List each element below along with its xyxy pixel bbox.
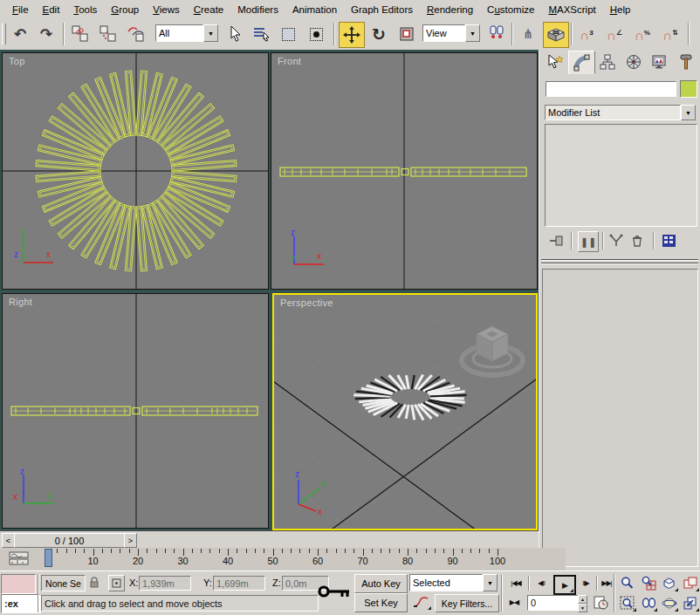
menu-item-modifiers[interactable]: Modifiers <box>230 3 285 17</box>
track-bar[interactable]: 0102030405060708090100 <box>0 548 566 571</box>
go-to-start-button[interactable]: |◀◀ <box>504 575 527 591</box>
go-to-end-button[interactable]: ▶▶| <box>598 575 615 591</box>
tab-motion[interactable] <box>621 51 646 72</box>
key-filters-button[interactable]: Key Filters... <box>435 594 499 612</box>
key-mode-toggle-button[interactable]: ▶◀ <box>504 594 524 611</box>
redo-icon[interactable]: ↷ <box>34 22 58 46</box>
set-key-button[interactable]: Set Key <box>354 593 408 612</box>
reference-coordinate-dropdown[interactable]: View▼ <box>422 24 480 42</box>
make-unique-icon[interactable] <box>607 232 625 249</box>
previous-frame-button[interactable]: ◀‖ <box>531 575 552 591</box>
zoom-all-icon[interactable] <box>638 574 658 592</box>
tab-display[interactable] <box>647 51 672 72</box>
maxscript-listener-pane[interactable]: :ex <box>1 594 41 613</box>
viewport-perspective[interactable]: Perspective z y x <box>272 293 538 530</box>
modifier-list-dropdown[interactable]: Modifier List ▼ <box>545 105 696 120</box>
time-spinner[interactable]: ▲ ▼ <box>578 595 587 611</box>
select-and-manipulate-icon[interactable]: ⋔ <box>516 22 540 46</box>
menu-item-help[interactable]: Help <box>603 3 638 17</box>
macro-recorder-pane[interactable] <box>1 574 36 594</box>
select-by-name-icon[interactable] <box>250 22 274 46</box>
time-configuration-icon[interactable] <box>592 594 610 611</box>
viewport-top-label[interactable]: Top <box>9 56 25 66</box>
chevron-down-icon[interactable]: ▼ <box>483 574 498 591</box>
percent-snap-toggle-icon[interactable]: ∩% <box>630 22 655 46</box>
viewport-perspective-label[interactable]: Perspective <box>280 297 333 308</box>
next-frame-button[interactable]: ‖▶ <box>575 575 596 591</box>
default-tangent-icon[interactable] <box>409 594 432 611</box>
menu-item-group[interactable]: Group <box>104 3 146 17</box>
min-max-toggle-icon[interactable] <box>680 594 700 612</box>
menu-item-edit[interactable]: Edit <box>36 3 67 17</box>
zoom-icon[interactable] <box>617 574 637 592</box>
time-slider-handle[interactable]: 0 / 100 <box>14 533 125 548</box>
arc-rotate-icon[interactable] <box>659 594 679 612</box>
viewport-right-label[interactable]: Right <box>9 297 32 307</box>
zoom-extents-icon[interactable] <box>659 574 679 592</box>
toolbar-grip[interactable] <box>2 24 6 44</box>
menu-item-maxscript[interactable]: MAXScript <box>541 3 602 17</box>
remove-modifier-icon[interactable] <box>628 232 646 249</box>
rollout-area[interactable] <box>542 269 698 567</box>
absolute-mode-toggle-icon[interactable] <box>108 575 125 591</box>
selection-lock-icon[interactable] <box>87 575 101 590</box>
y-coord-field[interactable]: 1,699m <box>213 576 265 591</box>
spinner-snap-toggle-icon[interactable]: ∩⇅ <box>658 22 683 46</box>
ruler-label: 40 <box>216 556 239 566</box>
tab-utilities[interactable] <box>673 51 698 72</box>
viewport-right[interactable]: Right z x y <box>2 293 269 529</box>
chevron-down-icon[interactable]: ▼ <box>681 105 696 120</box>
modifier-stack-list[interactable] <box>545 124 697 227</box>
menu-item-views[interactable]: Views <box>146 3 186 17</box>
keyboard-shortcut-override-icon[interactable] <box>543 22 569 48</box>
rectangular-selection-region-icon[interactable] <box>276 22 300 46</box>
menu-item-customize[interactable]: Customize <box>480 3 541 17</box>
viewport-front[interactable]: Front z y x <box>271 52 538 290</box>
tab-modify[interactable] <box>568 51 595 74</box>
undo-icon[interactable]: ↶ <box>8 22 32 46</box>
snaps-toggle-icon[interactable]: ∩3 <box>574 22 599 46</box>
zoom-region-icon[interactable] <box>617 594 637 612</box>
menu-item-create[interactable]: Create <box>187 3 231 17</box>
x-coord-field[interactable]: 1,939m <box>139 576 191 591</box>
play-animation-button[interactable]: ▶ <box>553 575 576 595</box>
show-end-result-icon[interactable]: ❚❚ <box>578 231 599 252</box>
object-color-swatch[interactable] <box>680 80 697 98</box>
viewport-top[interactable]: Top y z x <box>2 52 269 290</box>
time-slider-next-button[interactable]: > <box>124 533 137 548</box>
menu-item-animation[interactable]: Animation <box>285 3 344 17</box>
angle-snap-toggle-icon[interactable]: ∩∠ <box>602 22 627 46</box>
menu-item-graph-editors[interactable]: Graph Editors <box>344 3 420 17</box>
tab-hierarchy[interactable] <box>594 51 620 72</box>
menu-item-tools[interactable]: Tools <box>66 3 104 17</box>
select-and-rotate-icon[interactable]: ↻ <box>367 22 391 46</box>
use-pivot-point-center-icon[interactable] <box>484 22 509 46</box>
selection-filter-dropdown[interactable]: All▼ <box>155 24 218 42</box>
configure-modifier-sets-icon[interactable] <box>660 232 677 249</box>
key-selection-dropdown[interactable]: Selected▼ <box>409 574 498 591</box>
chevron-down-icon[interactable]: ▼ <box>465 24 480 42</box>
selection-count-box[interactable]: None Se <box>41 575 86 591</box>
time-slider-prev-button[interactable]: < <box>2 533 15 548</box>
select-and-move-icon[interactable] <box>339 22 365 48</box>
current-frame-marker[interactable] <box>45 549 52 567</box>
bind-to-space-warp-icon[interactable] <box>124 22 148 46</box>
unlink-selection-icon[interactable] <box>96 22 120 46</box>
pin-stack-icon[interactable] <box>548 232 566 249</box>
frame-ruler[interactable]: 0102030405060708090100 <box>0 548 566 571</box>
zoom-extents-all-icon[interactable] <box>680 574 700 592</box>
menu-item-file[interactable]: File <box>5 3 36 17</box>
object-name-field[interactable] <box>546 81 676 97</box>
window-crossing-icon[interactable] <box>304 22 328 46</box>
select-and-scale-icon[interactable] <box>395 22 419 46</box>
auto-key-button[interactable]: Auto Key <box>354 574 408 593</box>
set-keys-key-icon[interactable] <box>316 578 353 605</box>
current-time-field[interactable]: 0 <box>527 595 583 611</box>
select-object-icon[interactable] <box>223 22 248 46</box>
viewport-front-label[interactable]: Front <box>278 56 301 66</box>
chevron-down-icon[interactable]: ▼ <box>203 24 218 42</box>
tab-create[interactable] <box>542 51 567 72</box>
menu-item-rendering[interactable]: Rendering <box>420 3 480 17</box>
pan-view-icon[interactable] <box>638 594 658 612</box>
select-and-link-icon[interactable] <box>68 22 93 46</box>
